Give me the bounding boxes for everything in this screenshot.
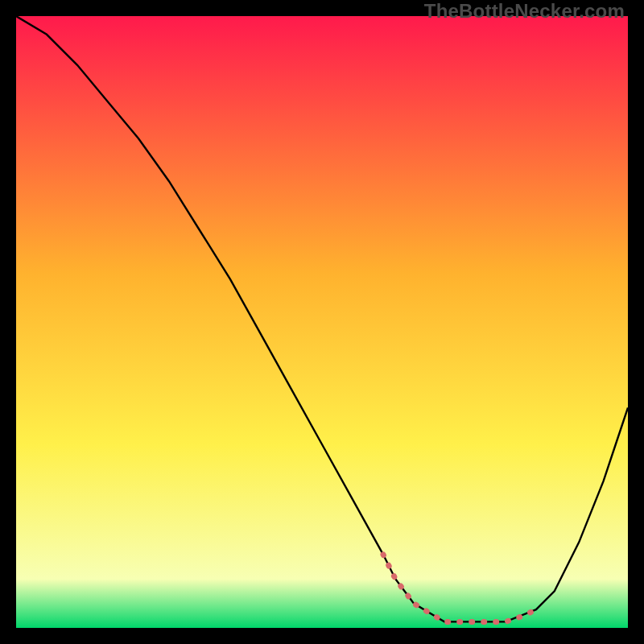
bottleneck-chart bbox=[16, 16, 628, 628]
gradient-background bbox=[16, 16, 628, 628]
chart-frame bbox=[16, 16, 628, 628]
watermark-text: TheBottleNecker.com bbox=[424, 0, 625, 23]
